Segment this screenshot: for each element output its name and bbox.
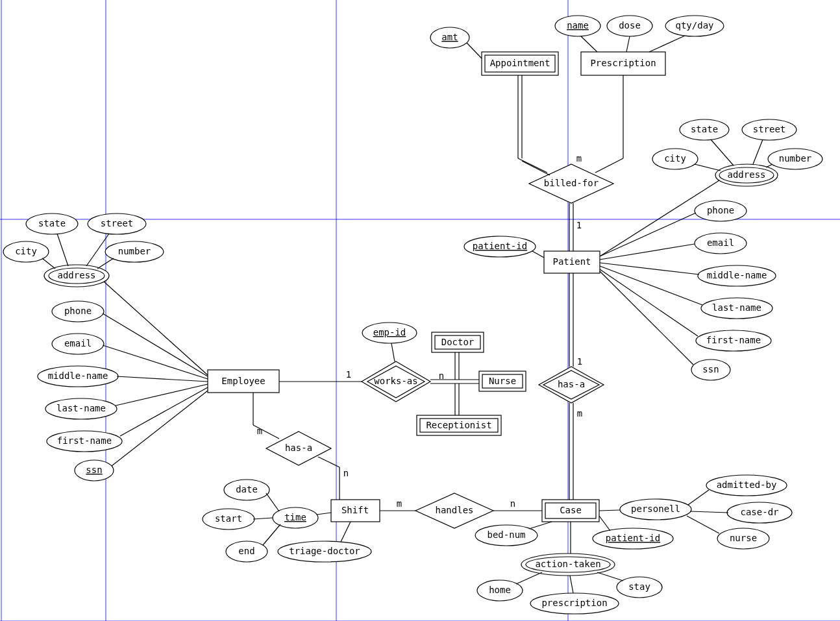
svg-line-75 [597, 572, 623, 581]
case-presc: prescription [541, 598, 607, 608]
case-home: home [489, 585, 511, 595]
svg-line-107 [104, 282, 208, 375]
svg-line-106 [97, 258, 114, 269]
shift-start: start [215, 513, 242, 524]
rel-works-as: works-as [362, 361, 430, 402]
svg-line-86 [253, 518, 273, 519]
card-hasa-emp-m: m [257, 426, 262, 436]
entity-prescription: Prescription [581, 52, 665, 75]
pat-state: state [691, 124, 718, 134]
receptionist-label: Receptionist [426, 420, 491, 430]
appointment-label: Appointment [490, 58, 550, 68]
svg-line-10 [626, 36, 630, 52]
svg-line-18 [595, 158, 623, 173]
svg-line-85 [266, 493, 279, 511]
svg-line-16 [522, 161, 550, 175]
billed-label: billed-for [544, 178, 599, 188]
emp-phone: phone [64, 306, 92, 316]
svg-line-61 [690, 511, 728, 513]
svg-line-44 [600, 269, 698, 336]
case-stay: stay [628, 581, 650, 592]
attr-patient-address: address [715, 164, 778, 186]
svg-line-31 [695, 164, 721, 171]
pat-phone: phone [707, 205, 734, 215]
hasa-pat-label: has-a [558, 379, 585, 389]
emp-number: number [118, 246, 151, 256]
attr-name-label: name [567, 20, 589, 30]
svg-line-45 [600, 271, 693, 365]
emp-street: street [101, 218, 134, 228]
svg-line-105 [42, 258, 55, 269]
svg-line-11 [649, 36, 685, 52]
emp-mname: middle-name [48, 371, 108, 381]
case-nurse: nurse [730, 533, 757, 543]
hasa-emp-label: has-a [285, 443, 312, 453]
emp-email: email [64, 338, 92, 348]
shift-end: end [238, 546, 254, 556]
pat-lname: last-name [712, 302, 761, 313]
entity-shift: Shift [331, 500, 380, 522]
svg-line-9 [581, 36, 597, 52]
pat-ssn: ssn [702, 364, 719, 374]
pat-address-label: address [727, 169, 765, 180]
card-hasa-pat-m: m [577, 408, 582, 419]
pat-mname: middle-name [707, 270, 767, 280]
svg-text:address: address [57, 270, 95, 280]
svg-line-119 [112, 391, 208, 466]
entity-employee: Employee [208, 370, 279, 393]
card-handles-m: m [397, 498, 402, 509]
case-bednum: bed-num [487, 530, 525, 540]
shift-date: date [236, 484, 258, 494]
svg-line-22 [532, 251, 544, 258]
attr-amt-label: amt [441, 32, 458, 42]
svg-line-115 [103, 345, 208, 379]
emp-city: city [15, 246, 37, 256]
card-hasa-pat-1: 1 [577, 356, 582, 367]
doctor-label: Doctor [441, 337, 475, 347]
card-billed-1: 1 [576, 220, 582, 230]
svg-line-63 [529, 522, 552, 529]
handles-label: handles [435, 505, 473, 515]
patient-label: Patient [552, 256, 591, 267]
case-admby: admitted-by [717, 480, 777, 490]
pat-city: city [664, 153, 686, 164]
employee-label: Employee [221, 376, 265, 386]
svg-text:action-taken: action-taken [535, 559, 600, 569]
case-label: Case [560, 505, 582, 515]
entity-nurse: Nurse [479, 371, 526, 391]
shift-label: Shift [341, 505, 369, 515]
rel-handles: handles [415, 493, 493, 528]
emp-lname: last-name [56, 403, 106, 413]
svg-line-65 [599, 510, 620, 511]
attr-patient-id-label: patient-id [473, 241, 527, 251]
works-as-label: works-as [374, 376, 417, 386]
svg-line-32 [766, 164, 772, 167]
pat-email: email [707, 237, 734, 248]
svg-line-60 [688, 490, 709, 505]
attr-action-taken: action-taken [521, 554, 615, 576]
prescription-label: Prescription [590, 58, 656, 68]
entity-appointment: Appointment [482, 52, 558, 75]
er-diagram: Appointment amt Prescription name dose q… [0, 0, 840, 621]
svg-line-62 [687, 516, 719, 533]
svg-line-42 [600, 263, 699, 274]
svg-line-73 [516, 572, 542, 584]
svg-line-15 [518, 158, 547, 173]
card-billed-m: m [576, 153, 582, 164]
card-works-1: 1 [346, 369, 351, 380]
card-handles-n: n [510, 498, 515, 509]
case-personell: personell [631, 504, 680, 514]
svg-line-114 [103, 313, 208, 376]
svg-line-88 [317, 513, 331, 515]
case-patid: patient-id [606, 533, 660, 543]
shift-triage: triage-doctor [289, 546, 360, 556]
entity-doctor: Doctor [432, 332, 484, 352]
svg-line-116 [117, 376, 208, 382]
entity-patient: Patient [544, 251, 600, 273]
attr-qtyday-label: qty/day [675, 20, 713, 30]
svg-line-89 [341, 522, 351, 542]
svg-line-29 [711, 140, 734, 165]
svg-line-64 [599, 516, 610, 531]
shift-time: time [284, 512, 306, 522]
svg-line-87 [263, 524, 280, 545]
